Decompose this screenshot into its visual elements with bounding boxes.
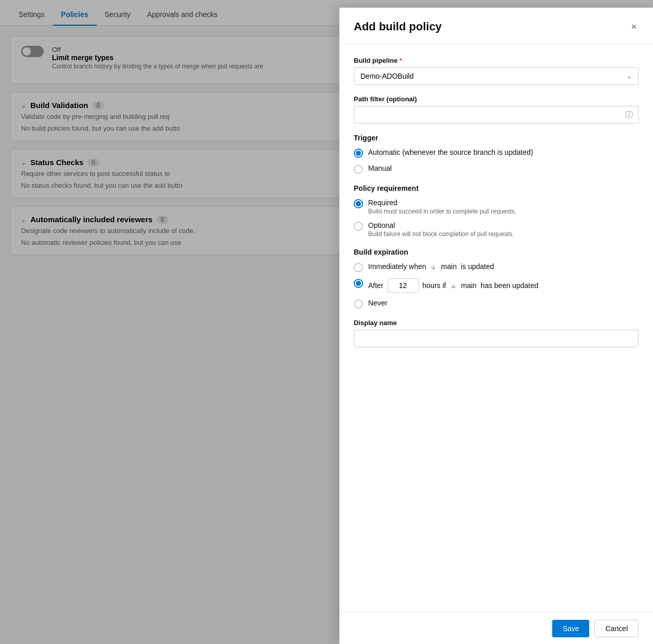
expiration-immediately-prefix: Immediately when — [368, 262, 426, 271]
cancel-button[interactable]: Cancel — [594, 620, 639, 637]
expiration-after-branch: main — [461, 281, 477, 290]
expiration-immediately-option[interactable]: Immediately when ⫝ main is updated — [354, 262, 639, 272]
policy-req-radio-group: Required Build must succeed in order to … — [354, 199, 639, 238]
expiration-radio-group: Immediately when ⫝ main is updated After… — [354, 262, 639, 309]
pipeline-dropdown-icon: ⌄ — [627, 73, 632, 80]
policy-required-option[interactable]: Required Build must succeed in order to … — [354, 199, 639, 215]
trigger-manual-option[interactable]: Manual — [354, 164, 639, 174]
expiration-immediately-branch: main — [441, 262, 457, 271]
expiration-immediately-radio[interactable] — [354, 263, 363, 272]
build-pipeline-group: Build pipeline * Demo-ADOBuild ⌄ — [354, 57, 639, 85]
expiration-immediately-suffix: is updated — [461, 262, 494, 271]
display-name-group: Display name — [354, 319, 639, 347]
policy-req-heading: Policy requirement — [354, 184, 639, 192]
save-button[interactable]: Save — [552, 620, 589, 637]
trigger-automatic-option[interactable]: Automatic (whenever the source branch is… — [354, 148, 639, 158]
branch-icon-immediately: ⫝ — [430, 263, 437, 271]
pipeline-value: Demo-ADOBuild — [360, 72, 413, 80]
expiration-after-prefix: After — [368, 281, 384, 290]
expiration-heading: Build expiration — [354, 248, 639, 256]
policy-optional-radio[interactable] — [354, 222, 363, 231]
expiration-hours-middle: hours if — [423, 281, 446, 290]
trigger-radio-group: Automatic (whenever the source branch is… — [354, 148, 639, 174]
expiration-group: Build expiration Immediately when ⫝ main… — [354, 248, 639, 309]
expiration-after-hours-option[interactable]: After hours if ⫝ main has been updated — [354, 278, 639, 293]
required-marker: * — [400, 57, 402, 64]
expiration-after-hours-radio[interactable] — [354, 279, 363, 288]
policy-required-label: Required — [368, 199, 516, 207]
display-name-input[interactable] — [354, 330, 638, 347]
expiration-never-radio[interactable] — [354, 299, 363, 309]
trigger-manual-label: Manual — [368, 164, 392, 172]
path-filter-input[interactable] — [354, 106, 620, 123]
policy-req-group: Policy requirement Required Build must s… — [354, 184, 639, 238]
add-build-policy-modal: Add build policy × Build pipeline * Demo… — [339, 8, 653, 644]
expiration-never-label: Never — [368, 299, 387, 307]
build-pipeline-label: Build pipeline * — [354, 57, 639, 64]
policy-required-sublabel: Build must succeed in order to complete … — [368, 208, 516, 215]
trigger-automatic-label: Automatic (whenever the source branch is… — [368, 148, 533, 156]
modal-body: Build pipeline * Demo-ADOBuild ⌄ Path fi… — [339, 44, 653, 611]
trigger-automatic-radio[interactable] — [354, 149, 363, 158]
build-pipeline-select[interactable]: Demo-ADOBuild ⌄ — [354, 67, 639, 85]
trigger-heading: Trigger — [354, 134, 639, 142]
display-name-input-wrapper — [354, 330, 639, 347]
modal-header: Add build policy × — [339, 8, 653, 44]
path-filter-info-icon[interactable]: ⓘ — [620, 110, 638, 120]
expiration-never-option[interactable]: Never — [354, 299, 639, 309]
hours-input[interactable] — [388, 278, 419, 293]
expiration-after-suffix: has been updated — [481, 281, 538, 290]
policy-optional-option[interactable]: Optional Build failure will not block co… — [354, 221, 639, 238]
trigger-group: Trigger Automatic (whenever the source b… — [354, 134, 639, 174]
policy-optional-label: Optional — [368, 221, 514, 229]
trigger-manual-radio[interactable] — [354, 165, 363, 174]
policy-optional-sublabel: Build failure will not block completion … — [368, 230, 514, 238]
path-filter-input-wrapper: ⓘ — [354, 106, 639, 123]
path-filter-group: Path filter (optional) ⓘ — [354, 95, 639, 123]
modal-footer: Save Cancel — [339, 611, 653, 644]
display-name-label: Display name — [354, 319, 639, 327]
branch-icon-hours: ⫝ — [450, 282, 457, 290]
path-filter-label: Path filter (optional) — [354, 95, 639, 103]
policy-required-radio[interactable] — [354, 199, 363, 208]
close-button[interactable]: × — [629, 20, 639, 33]
modal-title: Add build policy — [354, 20, 442, 33]
